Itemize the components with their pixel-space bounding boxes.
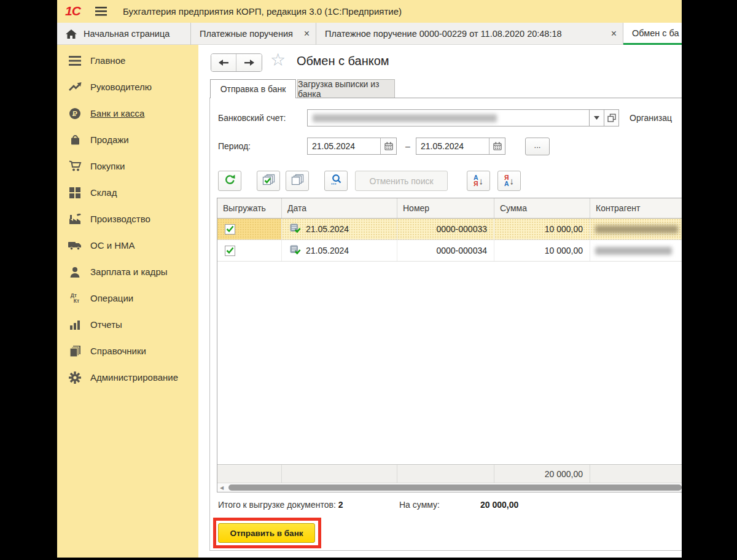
organization-label: Организац [630, 113, 672, 123]
scrollbar-thumb[interactable] [228, 484, 682, 491]
scroll-left-icon[interactable]: ◀ [220, 485, 224, 491]
sidebar-item-main[interactable]: Главное [57, 47, 198, 74]
table-row[interactable]: 21.05.2024 0000-000034 10 000,00 [217, 240, 682, 262]
sidebar-item-references[interactable]: Справочники [57, 338, 198, 364]
open-windows-tabbar: Начальная страница Платежные поручения ×… [57, 23, 682, 45]
main-menu-icon[interactable] [95, 7, 107, 18]
column-header[interactable]: Сумма [494, 198, 590, 218]
sidebar-item-bank-cash[interactable]: Р Банк и касса [57, 100, 198, 126]
history-nav-group [211, 53, 262, 72]
tab-send-to-bank[interactable]: Отправка в банк [210, 79, 296, 98]
uncheck-all-icon [291, 174, 304, 189]
summary-amount-value: 20 000,00 [480, 500, 518, 510]
sidebar-item-sales[interactable]: Продажи [57, 126, 198, 153]
sort-descending-button[interactable]: ЯА ↓ [497, 171, 521, 191]
bank-account-label: Банковский счет: [218, 113, 286, 123]
cancel-search-button[interactable]: Отменить поиск [355, 171, 448, 191]
docs-count: 2 [338, 500, 343, 510]
sidebar-item-reports[interactable]: Отчеты [57, 311, 198, 338]
sort-ascending-button[interactable]: АЯ ↓ [467, 171, 490, 191]
home-icon [66, 29, 77, 39]
export-checkbox-checked[interactable] [225, 224, 235, 235]
period-to-input[interactable]: 21.05.2024 [416, 138, 505, 155]
bank-account-open-button[interactable] [604, 109, 619, 126]
sidebar-item-label: ОС и НМА [90, 240, 135, 251]
section-sidebar: Главное Руководителю Р Банк и касса Прод… [57, 45, 198, 558]
title-bar: 1С Бухгалтерия предприятия КОРП, редакци… [57, 0, 682, 23]
document-check-icon [290, 224, 301, 235]
horizontal-scrollbar[interactable]: ◀ [217, 483, 682, 492]
tab-payment-order-document[interactable]: Платежное поручение 0000-00229 от 11.08.… [316, 23, 623, 45]
sidebar-item-manager[interactable]: Руководителю [57, 74, 198, 100]
refresh-button[interactable] [218, 171, 241, 191]
check-all-button[interactable] [257, 171, 280, 191]
sidebar-item-fixed-assets[interactable]: ОС и НМА [57, 232, 198, 259]
table-row[interactable]: 21.05.2024 0000-000033 10 000,00 [217, 219, 682, 240]
tab-home-page[interactable]: Начальная страница [57, 23, 191, 45]
uncheck-all-button[interactable] [286, 171, 309, 191]
calendar-icon[interactable] [489, 138, 505, 154]
close-icon[interactable]: × [304, 29, 310, 39]
period-label: Период: [218, 141, 251, 151]
bank-account-input[interactable] [307, 109, 590, 126]
check-all-icon [262, 174, 275, 189]
tab-label: Обмен с ба [632, 28, 679, 38]
period-dash: – [405, 141, 410, 151]
sidebar-item-label: Зарплата и кадры [90, 266, 168, 277]
document-check-icon [290, 245, 301, 257]
period-more-button[interactable]: ... [525, 138, 550, 155]
tab-payment-orders[interactable]: Платежные поручения × [191, 23, 316, 45]
sidebar-item-label: Отчеты [90, 319, 122, 330]
column-header[interactable]: Дата [282, 198, 397, 218]
sidebar-item-administration[interactable]: Администрирование [57, 364, 198, 391]
sidebar-item-label: Покупки [90, 161, 125, 171]
redacted-value [313, 114, 497, 122]
gear-icon [68, 371, 82, 384]
back-button[interactable] [211, 54, 236, 71]
book-icon [68, 345, 82, 357]
send-to-bank-button[interactable]: Отправить в банк [218, 523, 315, 543]
search-icon [330, 174, 342, 188]
tab-bank-exchange-active[interactable]: Обмен с ба [623, 23, 682, 45]
export-checkbox-checked[interactable] [225, 246, 235, 256]
sidebar-item-label: Банк и касса [90, 108, 144, 119]
favorite-star-icon[interactable]: ☆ [270, 52, 286, 69]
calendar-icon[interactable] [380, 138, 396, 154]
close-icon[interactable]: × [611, 29, 617, 39]
svg-text:Р: Р [72, 110, 77, 117]
refresh-icon [224, 174, 236, 188]
sidebar-item-label: Производство [90, 214, 150, 224]
sidebar-item-salary-hr[interactable]: Зарплата и кадры [57, 259, 198, 285]
column-header[interactable]: Номер [397, 198, 494, 218]
sidebar-item-warehouse[interactable]: Склад [57, 179, 198, 206]
boxes-grid-icon [68, 187, 82, 198]
redacted-value [595, 247, 672, 255]
sidebar-item-label: Продажи [90, 134, 129, 145]
sidebar-item-label: Главное [90, 55, 125, 66]
summary-docs: Итого к выгрузке документов: 2 [218, 500, 343, 510]
column-header[interactable]: Выгружать [217, 198, 282, 218]
sort-az-icon: АЯ ↓ [474, 175, 483, 187]
factory-icon [68, 214, 82, 225]
sidebar-item-operations[interactable]: ДтКт Операции [57, 285, 198, 311]
bank-account-dropdown-button[interactable] [589, 109, 604, 126]
sidebar-item-label: Администрирование [90, 372, 178, 383]
tab-label: Платежное поручение 0000-00229 от 11.08.… [325, 29, 562, 39]
table-header-row: Выгружать Дата Номер Сумма Контрагент [217, 198, 682, 219]
window-title: Бухгалтерия предприятия КОРП, редакция 3… [123, 6, 402, 17]
1c-logo: 1С [65, 4, 80, 18]
tab-label: Платежные поручения [200, 29, 293, 39]
sidebar-item-production[interactable]: Производство [57, 206, 198, 232]
search-button[interactable] [324, 171, 348, 191]
tab-load-statement[interactable]: Загрузка выписки из банка [297, 79, 395, 98]
shopping-cart-icon [68, 160, 82, 172]
column-header[interactable]: Контрагент [590, 198, 682, 218]
sidebar-item-label: Руководителю [90, 82, 152, 92]
period-from-input[interactable]: 21.05.2024 [307, 138, 397, 155]
sidebar-item-label: Справочники [90, 346, 146, 356]
forward-button[interactable] [236, 54, 262, 71]
sidebar-item-purchases[interactable]: Покупки [57, 153, 198, 179]
page-title: Обмен с банком [297, 54, 389, 68]
truck-icon [68, 240, 82, 251]
total-amount: 20 000,00 [494, 465, 590, 483]
